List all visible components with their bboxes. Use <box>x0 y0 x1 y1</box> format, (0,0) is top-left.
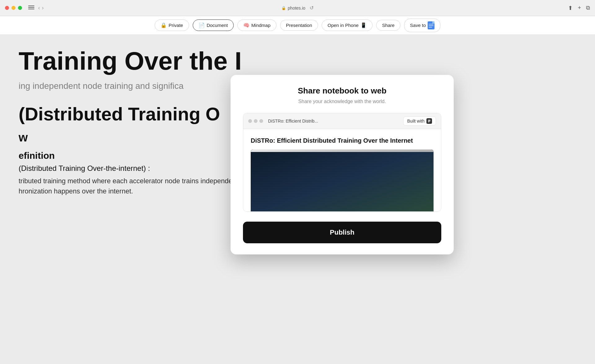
traffic-lights <box>5 6 22 10</box>
preview-card-bar: DiSTRo: Efficient Distrib... Built with <box>243 113 441 129</box>
titlebar-center: 🔒 photes.io ↺ <box>281 5 314 11</box>
mindmap-button[interactable]: 🧠 Mindmap <box>237 20 276 31</box>
lock-icon: 🔒 <box>281 6 286 10</box>
private-button[interactable]: 🔒 Private <box>155 20 189 31</box>
sidebar-toggle-button[interactable] <box>28 6 34 11</box>
preview-image: DisTrO (Distributed Training Over-the-in… <box>251 150 434 211</box>
reload-icon[interactable]: ↺ <box>310 5 314 11</box>
preview-dot-2 <box>254 119 258 123</box>
built-with-badge[interactable]: Built with <box>403 116 436 126</box>
preview-card-dots <box>248 119 263 123</box>
new-tab-icon[interactable]: + <box>578 5 581 11</box>
close-button[interactable] <box>5 6 9 10</box>
share-popup-title: Share notebook to web <box>243 86 441 96</box>
svg-rect-0 <box>428 120 430 120</box>
preview-tab-title: DiSTRo: Efficient Distrib... <box>263 119 403 124</box>
save-to-button[interactable]: Save to <box>404 19 440 32</box>
phone-icon: 📱 <box>360 22 367 28</box>
built-with-icon <box>426 118 432 124</box>
open-in-phone-button[interactable]: Open in Phone 📱 <box>322 20 372 31</box>
presentation-button[interactable]: Presentation <box>280 20 318 31</box>
publish-button[interactable]: Publish <box>243 222 441 243</box>
titlebar: ‹ › 🔒 photes.io ↺ ⬆ + ⧉ <box>0 0 595 16</box>
preview-card: DiSTRo: Efficient Distrib... Built with … <box>243 113 441 212</box>
maximize-button[interactable] <box>18 6 22 10</box>
minimize-button[interactable] <box>11 6 15 10</box>
titlebar-controls: ‹ › <box>28 5 44 11</box>
toolbar: 🔒 Private 📄 Document 🧠 Mindmap Presentat… <box>0 16 595 35</box>
lock-icon: 🔒 <box>161 22 167 28</box>
share-icon[interactable]: ⬆ <box>568 5 573 11</box>
preview-doc-title: DiSTRo: Efficient Distributed Training O… <box>251 136 434 145</box>
google-docs-icon <box>428 21 434 29</box>
preview-card-content: DiSTRo: Efficient Distributed Training O… <box>243 129 441 211</box>
share-button[interactable]: Share <box>376 20 400 31</box>
preview-dot-3 <box>259 119 263 123</box>
titlebar-right: ⬆ + ⧉ <box>568 5 590 11</box>
preview-dot-1 <box>248 119 252 123</box>
built-with-label: Built with <box>407 119 425 124</box>
tabs-icon[interactable]: ⧉ <box>586 5 590 11</box>
share-popup-subtitle: Share your acknowledge with the world. <box>243 99 441 104</box>
forward-arrow-icon[interactable]: › <box>42 5 44 11</box>
main-content: Training Over the I ing independent node… <box>0 35 595 364</box>
back-arrow-icon[interactable]: ‹ <box>38 5 40 11</box>
svg-rect-2 <box>428 122 430 122</box>
document-icon: 📄 <box>199 22 205 28</box>
url-display: photes.io <box>288 6 306 11</box>
share-popup: Share notebook to web Share your acknowl… <box>231 75 454 254</box>
mindmap-icon: 🧠 <box>243 22 249 28</box>
svg-rect-1 <box>428 121 430 121</box>
document-button[interactable]: 📄 Document <box>193 20 234 31</box>
nav-arrows: ‹ › <box>38 5 44 11</box>
